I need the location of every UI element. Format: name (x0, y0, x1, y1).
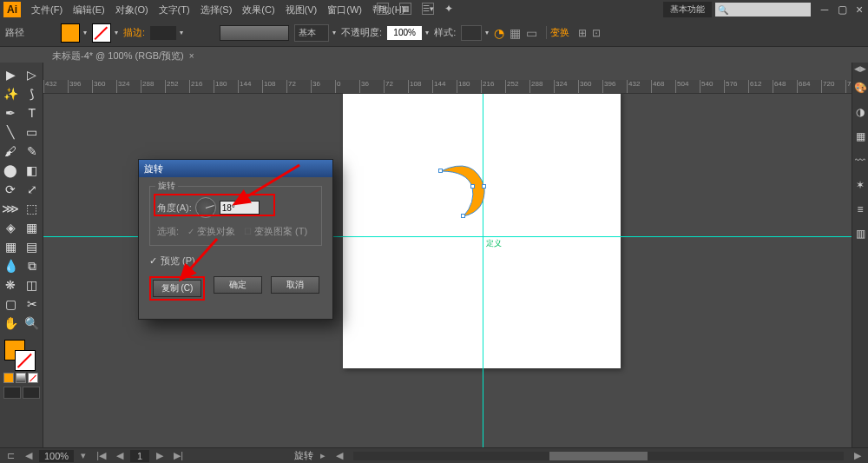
stroke-swatch[interactable] (92, 23, 111, 43)
color-guide-panel-icon[interactable]: ◑ (854, 106, 866, 118)
free-transform-tool[interactable]: ⬚ (22, 199, 43, 218)
anchor-point[interactable] (438, 169, 443, 173)
stroke-weight-input[interactable] (150, 26, 176, 40)
menu-file[interactable]: 文件(F) (26, 3, 68, 17)
zoom-tool[interactable]: 🔍 (22, 314, 43, 333)
screen-mode-full[interactable] (23, 387, 40, 399)
close-button[interactable]: × (851, 2, 868, 17)
swatches-panel-icon[interactable]: ▦ (854, 130, 866, 142)
transform-patterns-checkbox[interactable]: 变换图案 (T) (244, 225, 307, 238)
menu-object[interactable]: 对象(O) (110, 3, 154, 17)
artboard-number[interactable]: 1 (130, 450, 149, 462)
artboard-tool[interactable]: ▢ (0, 294, 22, 314)
paintbrush-tool[interactable]: 🖌 (0, 142, 22, 161)
menu-select[interactable]: 选择(S) (195, 3, 238, 17)
gradient-panel-icon[interactable]: ▥ (854, 228, 866, 240)
prev-artboard-button[interactable]: ◀ (22, 450, 36, 461)
symbols-panel-icon[interactable]: ✶ (854, 179, 866, 191)
menu-view[interactable]: 视图(V) (280, 3, 323, 17)
menu-window[interactable]: 窗口(W) (322, 3, 367, 17)
width-tool[interactable]: ⋙ (0, 199, 22, 218)
horizontal-scrollbar[interactable] (353, 452, 844, 460)
slice-tool[interactable]: ✂ (22, 294, 43, 314)
stroke-profile[interactable] (220, 25, 289, 41)
nav-last-icon[interactable]: ▶| (170, 450, 187, 461)
toggle-arrange-icon[interactable]: ▦ (399, 3, 411, 15)
column-graph-tool[interactable]: ◫ (22, 275, 43, 294)
rectangle-tool[interactable]: ▭ (22, 122, 43, 142)
stroke-panel-icon[interactable]: ≡ (854, 203, 866, 215)
stroke-weight-dropdown-icon[interactable]: ▾ (180, 29, 183, 36)
perspective-grid-tool[interactable]: ▦ (22, 218, 43, 237)
type-tool[interactable]: T (22, 103, 43, 122)
color-panel-icon[interactable]: 🎨 (854, 82, 866, 94)
pen-tool[interactable]: ✒ (0, 103, 22, 122)
nav-prev-icon[interactable]: |◀ (93, 450, 109, 461)
search-input[interactable]: 🔍 (715, 3, 811, 17)
eraser-tool[interactable]: ◧ (22, 161, 43, 180)
scroll-right-icon[interactable]: ▶ (851, 450, 865, 461)
direct-selection-tool[interactable]: ▷ (22, 65, 43, 84)
minimize-button[interactable]: ─ (816, 2, 833, 17)
anchor-point[interactable] (470, 184, 475, 189)
graphic-style-select[interactable] (461, 25, 482, 41)
pencil-tool[interactable]: ✎ (22, 142, 43, 161)
selection-tool[interactable]: ▶ (0, 65, 22, 84)
ok-button[interactable]: 确定 (214, 276, 262, 294)
dock-expand-icon[interactable]: ◀▶ (854, 64, 866, 73)
toggle-misc-icon[interactable]: ✦ (444, 3, 453, 15)
first-artboard-button[interactable]: ⊏ (3, 450, 18, 461)
cancel-button[interactable]: 取消 (271, 276, 319, 294)
stroke-dropdown-icon[interactable]: ▾ (115, 29, 118, 36)
color-mode-solid[interactable] (3, 373, 14, 383)
align-icon[interactable]: ▦ (510, 26, 521, 40)
isolate-icon[interactable]: ⊞ (578, 27, 587, 39)
screen-mode-normal[interactable] (3, 387, 21, 399)
color-mode-gradient[interactable] (16, 373, 26, 383)
workspace-switcher[interactable]: 基本功能 (663, 2, 712, 17)
brush-stroke-select[interactable]: 基本 (294, 24, 329, 42)
document-tab[interactable]: 未标题-4* @ 100% (RGB/预览) × (45, 47, 201, 64)
nav-next-icon[interactable]: ▶ (153, 450, 167, 461)
preview-checkbox[interactable]: 预览 (P) (149, 255, 322, 268)
status-menu-icon[interactable]: ▸ (317, 450, 329, 461)
color-mode-none[interactable] (28, 373, 38, 383)
gradient-tool[interactable]: ▤ (22, 237, 43, 256)
brush-dropdown-icon[interactable]: ▾ (332, 29, 336, 36)
fill-stroke-control[interactable] (0, 338, 43, 369)
rotate-tool[interactable]: ⟳ (0, 180, 22, 199)
scale-tool[interactable]: ⤢ (22, 180, 43, 199)
line-tool[interactable]: ╲ (0, 122, 22, 142)
copy-button[interactable]: 复制 (C) (153, 280, 201, 297)
lasso-tool[interactable]: ⟆ (22, 84, 43, 103)
hand-tool[interactable]: ✋ (0, 314, 22, 333)
zoom-level[interactable]: 100% (39, 450, 74, 462)
stroke-color-swatch[interactable] (15, 350, 36, 371)
maximize-button[interactable]: ▢ (833, 2, 851, 17)
blob-brush-tool[interactable]: ⬤ (0, 161, 22, 180)
anchor-point[interactable] (461, 214, 465, 218)
menu-effect[interactable]: 效果(C) (237, 3, 279, 17)
edit-icon[interactable]: ⊡ (592, 27, 601, 39)
mesh-tool[interactable]: ▦ (0, 237, 22, 256)
petal-shape[interactable] (432, 161, 495, 223)
symbol-sprayer-tool[interactable]: ❋ (0, 275, 22, 294)
menu-type[interactable]: 文字(T) (154, 3, 195, 17)
transform-panel-button[interactable]: 变换 (546, 26, 573, 39)
tab-close-icon[interactable]: × (189, 51, 194, 61)
shape-builder-tool[interactable]: ◈ (0, 218, 22, 237)
nav-prev2-icon[interactable]: ◀ (113, 450, 127, 461)
fill-dropdown-icon[interactable]: ▾ (83, 29, 87, 36)
shape-mode-icon[interactable]: ▭ (526, 26, 537, 40)
menu-edit[interactable]: 编辑(E) (68, 3, 110, 17)
vertical-guide[interactable] (483, 94, 483, 447)
recolor-icon[interactable]: ◔ (494, 26, 504, 40)
fill-swatch[interactable] (61, 23, 80, 43)
toggle-panel-icon[interactable]: ☰▾ (422, 3, 434, 15)
scrollbar-thumb[interactable] (549, 452, 648, 460)
opacity-input[interactable] (387, 26, 422, 40)
style-dropdown-icon[interactable]: ▾ (485, 29, 489, 36)
anchor-point[interactable] (482, 184, 486, 189)
blend-tool[interactable]: ⧉ (22, 256, 43, 275)
brushes-panel-icon[interactable]: 〰 (854, 155, 866, 167)
